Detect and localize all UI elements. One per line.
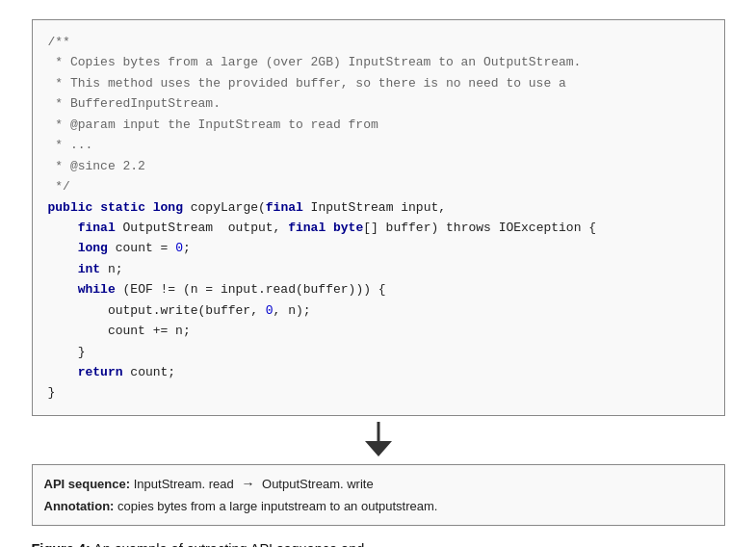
body-line5: count += n; (48, 321, 709, 341)
api-text: InputStream. read (134, 477, 234, 491)
figure-caption: Figure 4: An example of extracting API s… (32, 539, 725, 547)
body-line7: return count; (48, 362, 709, 382)
annotation-line: Annotation: copies bytes from a large in… (44, 496, 713, 517)
main-container: /** * Copies bytes from a large (over 2G… (32, 19, 725, 547)
sig-line2: final OutputStream output, final byte[] … (48, 218, 709, 238)
sig-line1: public static long copyLarge(final Input… (48, 197, 709, 218)
body-line1: long count = 0; (48, 238, 709, 258)
comment-7: */ (48, 176, 709, 196)
api-sequence-line: API sequence: InputStream. read → Output… (44, 473, 713, 496)
api-text2: OutputStream. write (262, 477, 374, 491)
figure-label: Figure 4: An example of extracting API s… (32, 541, 365, 547)
annotation-text: copies bytes from a large inputstream to… (117, 499, 437, 513)
comment-5: * ... (48, 135, 709, 155)
comment-2: * This method uses the provided buffer, … (48, 73, 709, 93)
code-block: /** * Copies bytes from a large (over 2G… (32, 19, 725, 416)
arrow-symbol: → (241, 473, 254, 496)
svg-marker-1 (365, 441, 392, 456)
body-line2: int n; (48, 259, 709, 279)
comment-4: * @param input the InputStream to read f… (48, 115, 709, 135)
body-line6: } (48, 342, 709, 362)
comment-1: * Copies bytes from a large (over 2GB) I… (48, 52, 709, 72)
body-line3: while (EOF != (n = input.read(buffer))) … (48, 279, 709, 300)
body-line4: output.write(buffer, 0, n); (48, 300, 709, 321)
annotation-label: Annotation: (44, 499, 115, 513)
annotation-block: API sequence: InputStream. read → Output… (32, 464, 725, 526)
api-label: API sequence: (44, 477, 131, 491)
comment-3: * BufferedInputStream. (48, 93, 709, 114)
body-line8: } (48, 382, 709, 403)
down-arrow-icon (359, 422, 398, 458)
comment-6: * @since 2.2 (48, 156, 709, 176)
arrow-container (359, 416, 398, 464)
comment-0: /** (48, 32, 709, 52)
